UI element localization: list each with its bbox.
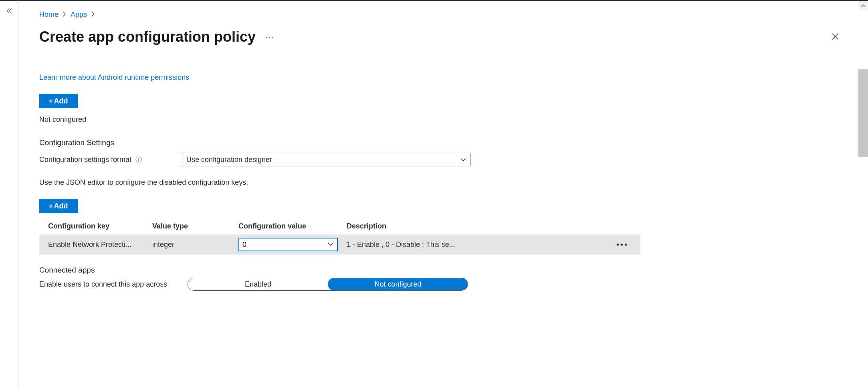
add-permission-button[interactable]: +Add	[39, 94, 78, 108]
col-description: Description	[347, 222, 632, 230]
close-button[interactable]	[828, 29, 842, 45]
scrollbar[interactable]	[858, 1, 868, 388]
row-config-key: Enable Network Protecti...	[48, 240, 152, 249]
plus-icon: +	[49, 97, 53, 105]
runtime-permissions-link[interactable]: Learn more about Android runtime permiss…	[39, 73, 640, 82]
json-hint: Use the JSON editor to configure the dis…	[39, 178, 640, 187]
col-config-key: Configuration key	[48, 222, 152, 230]
not-configured-text: Not configured	[39, 115, 640, 124]
connected-apps-toggle[interactable]: Enabled Not configured	[188, 278, 468, 291]
connected-apps-title: Connected apps	[39, 266, 640, 275]
plus-icon: +	[49, 202, 53, 210]
svg-rect-2	[138, 159, 139, 161]
main-content: Home Apps Create app configuration polic…	[19, 0, 868, 388]
row-value-type: integer	[152, 240, 238, 249]
chevron-down-icon	[460, 156, 466, 164]
breadcrumb-home[interactable]: Home	[39, 10, 59, 19]
left-rail	[0, 0, 19, 388]
breadcrumb-apps[interactable]: Apps	[71, 10, 87, 19]
config-value-input[interactable]	[239, 238, 337, 251]
connected-apps-desc: Enable users to connect this app across	[39, 280, 184, 289]
add-config-key-button[interactable]: +Add	[39, 199, 78, 213]
chevron-right-icon	[91, 10, 95, 19]
more-icon[interactable]: ···	[265, 32, 275, 42]
row-description: 1 - Enable , 0 - Disable ; This se...	[347, 240, 455, 249]
format-dropdown[interactable]: Use configuration designer	[182, 153, 470, 166]
breadcrumb: Home Apps	[39, 10, 852, 19]
collapse-icon[interactable]	[6, 7, 13, 388]
table-header: Configuration key Value type Configurati…	[39, 218, 640, 234]
config-settings-title: Configuration Settings	[39, 138, 640, 147]
col-value-type: Value type	[152, 222, 238, 230]
chevron-down-icon	[327, 240, 334, 249]
svg-point-1	[138, 158, 139, 159]
col-config-value: Configuration value	[238, 222, 347, 230]
scroll-thumb[interactable]	[858, 69, 868, 157]
chevron-right-icon	[63, 10, 67, 19]
toggle-enabled[interactable]: Enabled	[188, 278, 328, 290]
config-value-combobox[interactable]	[238, 238, 338, 251]
toggle-not-configured[interactable]: Not configured	[328, 278, 468, 291]
scroll-up-icon[interactable]	[858, 1, 868, 10]
format-label: Configuration settings format	[39, 156, 176, 164]
info-icon[interactable]	[135, 156, 142, 163]
page-header: Create app configuration policy ···	[39, 28, 852, 45]
table-row: Enable Network Protecti... integer 1 - E…	[39, 234, 640, 255]
page-title: Create app configuration policy	[39, 28, 256, 45]
row-more-icon[interactable]: •••	[613, 240, 632, 249]
